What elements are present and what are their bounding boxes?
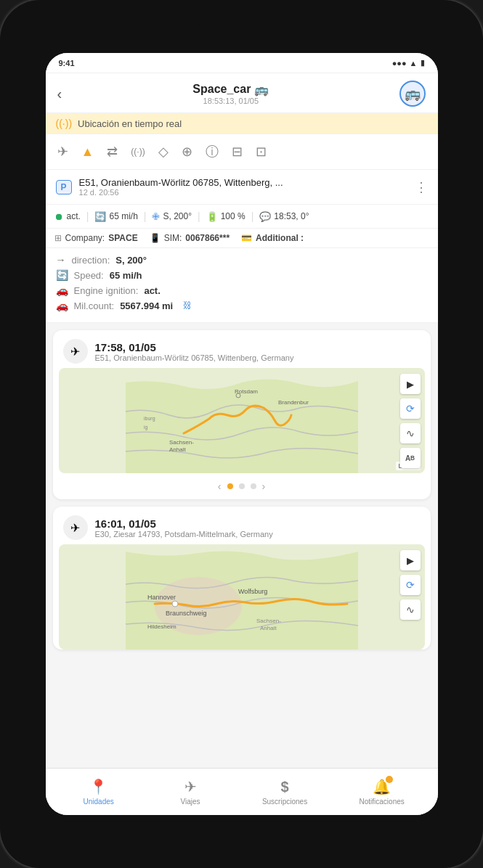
signal-icon[interactable]: ((·)) (128, 144, 147, 160)
signal-bars: ●●● (392, 59, 407, 67)
trip-time-1: 17:58, 01/05 (95, 341, 421, 353)
svg-text:Hannover: Hannover (147, 594, 176, 601)
nav-item-notificaciones[interactable]: 🔔 Notificaciones (360, 778, 405, 806)
stats-row: ⏺ act. | 🔄 65 mi/h | ✙ S, 200° | 🔋 100 %… (46, 205, 438, 229)
page-next-1[interactable]: › (262, 480, 266, 492)
map-svg-2: Hannover Wolfsburg Braunschweig Hildeshe… (59, 544, 425, 650)
replay-button-1[interactable]: ⟳ (400, 398, 421, 419)
ab-button-1[interactable]: AB (400, 448, 421, 468)
sim-label: SIM: (164, 233, 182, 243)
direction-detail-value: S, 200° (115, 255, 147, 266)
map-actions-2: ▶ ⟳ ∿ (400, 550, 421, 620)
stat-speed-value: 65 mi/h (109, 211, 137, 221)
realtime-label: Ubicación en tiempo real (78, 118, 182, 129)
svg-text:iburg: iburg (144, 416, 155, 422)
battery-icon: ▮ (421, 58, 425, 67)
stat-speed: 🔄 65 mi/h (94, 211, 137, 222)
svg-text:ig: ig (144, 425, 148, 430)
trip-address-1: E51, Oranienbaum-Wörlitz 06785, Wittenbe… (95, 353, 421, 362)
separator-2: | (144, 210, 147, 222)
trips-scroll[interactable]: ✈ 17:58, 01/05 E51, Oranienbaum-Wörlitz … (46, 323, 438, 768)
realtime-badge: ((·)) Ubicación en tiempo real (46, 113, 438, 134)
svg-text:Sachsen-: Sachsen- (169, 439, 194, 446)
navigate-icon[interactable]: ▲ (78, 142, 97, 163)
chart-button-1[interactable]: ∿ (400, 423, 421, 443)
route-icon[interactable]: ⇄ (104, 141, 121, 163)
card-icon: 💳 (241, 233, 252, 243)
notificaciones-label: Notificaciones (360, 798, 405, 806)
header-title: Space_car 🚌 (192, 83, 269, 97)
map-svg-1: Sachsen- Anhalt Brandenbur Rotsdam iburg… (59, 368, 425, 473)
link-icon[interactable]: ⛓ (183, 300, 192, 311)
location-info: E51, Oranienbaum-Wörlitz 06785, Wittenbe… (79, 177, 407, 197)
back-button[interactable]: ‹ (57, 86, 62, 102)
company-label: Company: (65, 233, 105, 243)
page-prev-1[interactable]: ‹ (218, 480, 222, 492)
svg-point-16 (172, 601, 178, 607)
status-bar: 9:41 ●●● ▲ ▮ (46, 53, 438, 73)
pagination-1: ‹ › (53, 473, 431, 499)
nav-item-suscripciones[interactable]: $ Suscripciones (262, 779, 307, 806)
avatar-icon: 🚌 (405, 86, 421, 102)
trip-address-2: E30, Ziesar 14793, Potsdam-Mittelmark, G… (95, 530, 421, 539)
map-2[interactable]: Hannover Wolfsburg Braunschweig Hildeshe… (59, 544, 425, 650)
phone-notch (198, 22, 285, 32)
info-row: ⊞ Company: SPACE 📱 SIM: 0067866*** 💳 Add… (46, 229, 438, 248)
map-1[interactable]: Sachsen- Anhalt Brandenbur Rotsdam iburg… (59, 368, 425, 473)
chart-button-2[interactable]: ∿ (400, 599, 421, 620)
vehicle-emoji: 🚌 (254, 83, 269, 97)
status-icon: ⏺ (54, 211, 64, 222)
nav-item-unidades[interactable]: 📍 Unidades (78, 778, 118, 806)
stat-battery: 🔋 100 % (206, 211, 245, 222)
copy-icon[interactable]: ⊟ (229, 141, 245, 163)
play-button-2[interactable]: ▶ (400, 550, 421, 570)
info-company: ⊞ Company: SPACE (54, 233, 138, 243)
suscripciones-label: Suscripciones (262, 798, 307, 806)
detail-speed: 🔄 Speed: 65 mi/h (56, 269, 428, 281)
trip-info-2: 16:01, 01/05 E30, Ziesar 14793, Potsdam-… (95, 517, 421, 539)
speed-icon: 🔄 (94, 211, 106, 222)
unidades-label: Unidades (84, 798, 114, 806)
parking-badge: P (56, 180, 72, 195)
detail-direction: → direction: S, 200° (56, 254, 428, 266)
info-icon[interactable]: ⓘ (203, 140, 222, 163)
notification-badge-dot (386, 776, 393, 783)
info-additional: 💳 Additional : (241, 233, 304, 243)
devices-icon[interactable]: ⊡ (253, 141, 269, 163)
detail-engine: 🚗 Engine ignition: act. (56, 284, 428, 296)
svg-text:Wolfsburg: Wolfsburg (238, 588, 267, 595)
message-icon: 💬 (259, 211, 271, 222)
unidades-icon: 📍 (89, 778, 107, 795)
trip-header-1: ✈ 17:58, 01/05 E51, Oranienbaum-Wörlitz … (53, 330, 431, 368)
avatar[interactable]: 🚌 (399, 81, 426, 107)
svg-text:Rotsdam: Rotsdam (235, 388, 258, 395)
detail-milcount: 🚗 Mil.count: 5567.994 mi ⛓ (56, 300, 428, 311)
trip-card-1: ✈ 17:58, 01/05 E51, Oranienbaum-Wörlitz … (53, 330, 431, 499)
speed-detail-value: 65 mi/h (110, 270, 142, 281)
milcount-detail-value: 5567.994 mi (120, 300, 173, 311)
company-value: SPACE (108, 233, 137, 243)
trip-header-2: ✈ 16:01, 01/05 E30, Ziesar 14793, Potsda… (53, 507, 431, 544)
stat-time: 💬 18:53, 0° (259, 211, 309, 222)
trip-info-1: 17:58, 01/05 E51, Oranienbaum-Wörlitz 06… (95, 341, 421, 362)
map-actions-1: ▶ ⟳ ∿ AB (400, 374, 421, 468)
status-time: 9:41 (59, 59, 75, 67)
wifi-icon: ▲ (410, 59, 418, 67)
nav-item-viajes[interactable]: ✈ Viajes (171, 778, 211, 806)
header-title-block: Space_car 🚌 18:53:13, 01/05 (192, 83, 269, 105)
trip-icon-1: ✈ (63, 339, 88, 364)
diamond-icon[interactable]: ◇ (155, 141, 171, 163)
stat-time-value: 18:53, 0° (274, 211, 309, 221)
replay-button-2[interactable]: ⟳ (400, 575, 421, 595)
play-button-1[interactable]: ▶ (400, 374, 421, 394)
viajes-label: Viajes (181, 798, 200, 806)
trip-card-2: ✈ 16:01, 01/05 E30, Ziesar 14793, Potsda… (53, 507, 431, 650)
separator-3: | (198, 210, 200, 222)
more-button[interactable]: ⋮ (415, 179, 428, 195)
airplane-icon[interactable]: ✈ (54, 141, 71, 163)
trip-time-2: 16:01, 01/05 (95, 517, 421, 530)
speed-detail-icon: 🔄 (56, 269, 68, 281)
shield-icon[interactable]: ⊕ (179, 141, 195, 163)
info-sim: 📱 SIM: 0067866*** (150, 233, 230, 243)
icon-toolbar: ✈ ▲ ⇄ ((·)) ◇ ⊕ ⓘ ⊟ ⊡ (46, 134, 438, 170)
